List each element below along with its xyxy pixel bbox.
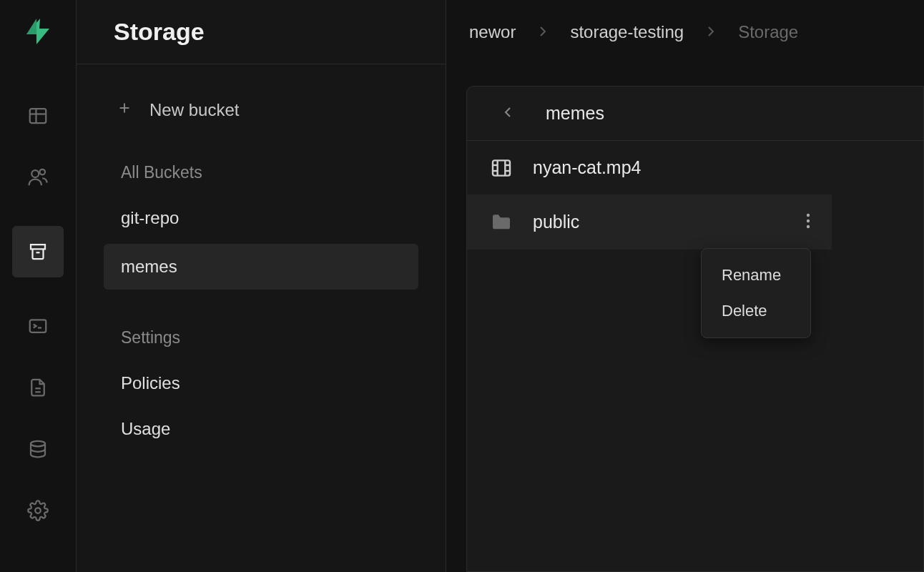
- nav-rail: [0, 0, 77, 572]
- settings-gear-icon[interactable]: [25, 498, 51, 523]
- file-list: nyan-cat.mp4 public: [467, 141, 832, 250]
- file-browser-header: memes: [467, 87, 923, 141]
- svg-point-11: [35, 508, 41, 513]
- page-title: Storage: [114, 18, 205, 46]
- file-row-video[interactable]: nyan-cat.mp4: [467, 141, 832, 195]
- svg-point-3: [31, 170, 39, 177]
- chevron-right-icon: [539, 22, 547, 42]
- sidebar: Storage New bucket All Buckets git-repo …: [77, 0, 446, 572]
- docs-icon[interactable]: [25, 375, 51, 400]
- chevron-right-icon: [707, 22, 715, 42]
- sidebar-header: Storage: [77, 0, 446, 64]
- new-bucket-label: New bucket: [149, 100, 239, 120]
- svg-point-4: [40, 169, 46, 175]
- new-bucket-button[interactable]: New bucket: [104, 93, 418, 127]
- svg-point-23: [807, 225, 810, 227]
- file-browser-panel: memes nyan-cat.mp4: [466, 86, 924, 572]
- file-name-label: nyan-cat.mp4: [533, 157, 815, 178]
- all-buckets-heading: All Buckets: [104, 156, 418, 189]
- folder-icon: [490, 211, 513, 234]
- sql-editor-icon[interactable]: [25, 313, 51, 339]
- context-menu: Rename Delete: [701, 248, 811, 338]
- plus-icon: [117, 100, 132, 120]
- svg-point-22: [807, 219, 810, 222]
- sidebar-item-policies[interactable]: Policies: [104, 360, 418, 406]
- menu-item-rename[interactable]: Rename: [702, 257, 810, 293]
- auth-icon[interactable]: [25, 164, 51, 190]
- table-editor-icon[interactable]: [25, 103, 51, 129]
- bucket-item-memes[interactable]: memes: [104, 244, 418, 290]
- supabase-logo-icon[interactable]: [22, 16, 54, 47]
- svg-rect-6: [30, 320, 46, 332]
- svg-point-10: [31, 441, 45, 447]
- menu-item-delete[interactable]: Delete: [702, 293, 810, 329]
- more-options-button[interactable]: [802, 208, 815, 237]
- video-file-icon: [490, 157, 513, 179]
- file-row-folder[interactable]: public: [467, 195, 832, 250]
- storage-icon[interactable]: [12, 226, 64, 277]
- svg-point-21: [807, 213, 810, 216]
- main-content: newor storage-testing Storage memes: [446, 0, 924, 572]
- folder-name-label: public: [533, 212, 782, 232]
- database-icon[interactable]: [25, 436, 51, 462]
- sidebar-item-usage[interactable]: Usage: [104, 406, 418, 452]
- bucket-item-git-repo[interactable]: git-repo: [104, 195, 418, 241]
- svg-rect-0: [30, 109, 46, 123]
- settings-heading: Settings: [104, 321, 418, 355]
- svg-rect-14: [493, 160, 510, 175]
- current-folder-name: memes: [546, 103, 604, 124]
- breadcrumb: newor storage-testing Storage: [446, 0, 924, 64]
- breadcrumb-project[interactable]: storage-testing: [570, 22, 684, 42]
- breadcrumb-section: Storage: [738, 22, 798, 42]
- back-button[interactable]: [501, 106, 514, 122]
- breadcrumb-org[interactable]: newor: [469, 22, 516, 42]
